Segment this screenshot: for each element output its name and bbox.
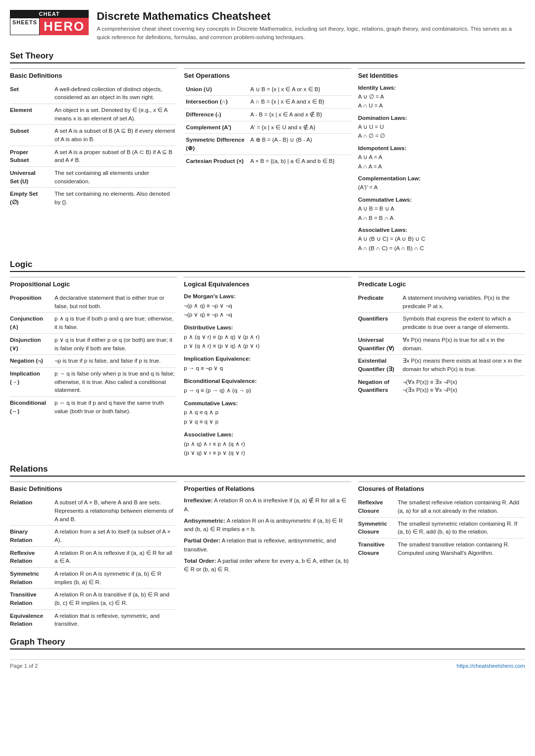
table-row: ElementAn object in a set. Denoted by ∈ … — [10, 104, 177, 124]
law-line: A ∪ ∅ = A — [358, 92, 525, 101]
term: Symmetric Difference (⊕) — [184, 134, 248, 155]
logo: CHEAT SHEETS HERO — [10, 10, 89, 35]
definition: ∀x P(x) means P(x) is true for all x in … — [403, 333, 525, 354]
term: Universal Quantifier (∀) — [358, 333, 403, 354]
definition: p ∨ q is true if either p or q (or both)… — [54, 333, 177, 354]
table-row: QuantifiersSymbols that express the exte… — [358, 313, 525, 333]
definition: The smallest transitive relation contain… — [398, 539, 525, 559]
law-line: A ∩ A = A — [358, 162, 525, 171]
law-title: Implication Equivalence: — [184, 354, 351, 363]
definition: ¬(∀x P(x)) ≡ ∃x ¬P(x)¬(∃x P(x)) ≡ ∀x ¬P(… — [403, 376, 525, 396]
term: Transitive Relation — [10, 589, 54, 609]
table-row: Negation of Quantifiers¬(∀x P(x)) ≡ ∃x ¬… — [358, 376, 525, 396]
term: Reflexive Relation — [10, 546, 54, 567]
definition: The smallest reflexive relation containi… — [398, 496, 525, 517]
term: Disjunction (∨) — [10, 333, 54, 354]
set-identities-block: Identity Laws:A ∪ ∅ = AA ∩ U = ADominati… — [358, 83, 525, 253]
definition: A subset of A × B, where A and B are set… — [54, 496, 177, 526]
table-row: Biconditional (↔)p ↔ q is true if p and … — [10, 396, 177, 417]
term: Intersection (∩) — [184, 96, 248, 108]
property-title: Antisymmetric: — [184, 518, 225, 524]
definition: A relation that is reflexive, symmetric,… — [54, 609, 177, 630]
table-row: Symmetric ClosureThe smallest symmetric … — [358, 517, 525, 538]
term: Complement (A') — [184, 121, 248, 134]
property-title: Irreflexive: — [184, 497, 213, 503]
logical-equivalences-title: Logical Equivalences — [184, 280, 351, 288]
table-row: Cartesian Product (×)A × B = {(a, b) | a… — [184, 155, 351, 167]
definition: A relation R on A is reflexive if (a, a)… — [54, 546, 177, 567]
page-number: Page 1 of 2 — [10, 663, 38, 669]
table-row: SubsetA set A is a subset of B (A ⊆ B) i… — [10, 125, 177, 146]
definition: A ∪ B = {x | x ∈ A or x ∈ B} — [248, 83, 351, 96]
law-line: ¬(p ∧ q) ≡ ¬p ∨ ¬q — [184, 301, 351, 310]
definition: A set A is a subset of B (A ⊆ B) if ever… — [54, 125, 177, 146]
law-line: A ∪ U = U — [358, 122, 525, 131]
set-theory-section-title: Set Theory — [10, 51, 525, 63]
term: Cartesian Product (×) — [184, 155, 248, 167]
table-row: Proper SubsetA set A is a proper subset … — [10, 146, 177, 166]
properties-of-relations-title: Properties of Relations — [184, 485, 351, 492]
law-title: De Morgan's Laws: — [184, 292, 351, 301]
propositional-logic: Propositional Logic PropositionA declara… — [10, 277, 177, 457]
footer-url[interactable]: https://cheatsheetshero.com — [457, 663, 525, 669]
law-line: p → q ≡ ¬p ∨ q — [184, 364, 351, 373]
set-operations-title: Set Operations — [184, 72, 351, 79]
page-description: A comprehensive cheat sheet covering key… — [97, 25, 523, 42]
relations-basic-def-title: Basic Definitions — [10, 485, 177, 492]
definition: The set containing no elements. Also den… — [54, 188, 177, 209]
table-row: Symmetric Difference (⊕)A ⊕ B = (A - B) … — [184, 134, 351, 155]
law-line: (p ∧ q) ∧ r ≡ p ∧ (q ∧ r) — [184, 439, 351, 448]
page-title: Discrete Mathematics Cheatsheet — [97, 10, 523, 23]
law-line: A ∪ B = B ∪ A — [358, 204, 525, 213]
law-line: p ∨ (q ∧ r) ≡ (p ∨ q) ∧ (p ∨ r) — [184, 341, 351, 350]
table-row: Reflexive ClosureThe smallest reflexive … — [358, 496, 525, 517]
definition: A set A is a proper subset of B (A ⊂ B) … — [54, 146, 177, 166]
propositional-logic-table: PropositionA declarative statement that … — [10, 292, 177, 417]
law-line: A ∩ (B ∩ C) = (A ∩ B) ∩ C — [358, 244, 525, 253]
page-header: CHEAT SHEETS HERO Discrete Mathematics C… — [10, 10, 525, 42]
table-row: Union (∪)A ∪ B = {x | x ∈ A or x ∈ B} — [184, 83, 351, 96]
table-row: Symmetric RelationA relation R on A is s… — [10, 568, 177, 589]
term: Empty Set (∅) — [10, 188, 54, 209]
properties-of-relations: Properties of Relations Irreflexive: A r… — [184, 482, 351, 630]
logic-section-title: Logic — [10, 260, 525, 272]
law-line: A ∩ ∅ = ∅ — [358, 131, 525, 140]
logo-hero: HERO — [40, 18, 89, 35]
definition: p ∧ q is true if both p and q are true; … — [54, 313, 177, 333]
term: Transitive Closure — [358, 539, 398, 559]
table-row: Complement (A')A' = {x | x ∈ U and x ∉ A… — [184, 121, 351, 134]
table-row: Transitive ClosureThe smallest transitiv… — [358, 539, 525, 559]
relations-basic-definitions: Basic Definitions RelationA subset of A … — [10, 482, 177, 630]
set-operations: Set Operations Union (∪)A ∪ B = {x | x ∈… — [184, 68, 351, 253]
table-row: Disjunction (∨)p ∨ q is true if either p… — [10, 333, 177, 354]
term: Implication (→) — [10, 367, 54, 396]
law-title: Idempotent Laws: — [358, 144, 525, 153]
property-item: Total Order: A partial order where for e… — [184, 557, 351, 574]
set-theory-basic-def-title: Basic Definitions — [10, 72, 177, 79]
law-line: A ∩ U = A — [358, 101, 525, 110]
set-theory-basic-definitions: Basic Definitions SetA well-defined coll… — [10, 68, 177, 253]
table-row: Binary RelationA relation from a set A t… — [10, 526, 177, 546]
logo-sheets: SHEETS — [10, 18, 40, 35]
header-text: Discrete Mathematics Cheatsheet A compre… — [97, 10, 523, 42]
definition: A well-defined collection of distinct ob… — [54, 83, 177, 104]
table-row: PropositionA declarative statement that … — [10, 292, 177, 313]
term: Symmetric Closure — [358, 517, 398, 538]
table-row: RelationA subset of A × B, where A and B… — [10, 496, 177, 526]
logo-cheat: CHEAT — [10, 10, 89, 18]
law-line: p ∧ (q ∨ r) ≡ (p ∧ q) ∨ (p ∧ r) — [184, 332, 351, 341]
table-row: Universal Set (U)The set containing all … — [10, 166, 177, 187]
definition: ∃x P(x) means there exists at least one … — [403, 355, 525, 376]
law-line: p ↔ q ≡ (p → q) ∧ (q → p) — [184, 386, 351, 395]
closures-title: Closures of Relations — [358, 485, 525, 492]
law-title: Domination Laws: — [358, 113, 525, 122]
term: Element — [10, 104, 54, 124]
definition: A statement involving variables. P(x) is… — [403, 292, 525, 313]
term: Negation of Quantifiers — [358, 376, 403, 396]
set-theory-columns: Basic Definitions SetA well-defined coll… — [10, 68, 525, 253]
set-theory-def-table: SetA well-defined collection of distinct… — [10, 83, 177, 209]
term: Conjunction (∧) — [10, 313, 54, 333]
definition: A ⊕ B = (A - B) ∪ (B - A) — [248, 134, 351, 155]
table-row: Difference (-)A - B = {x | x ∈ A and x ∉… — [184, 108, 351, 121]
definition: ¬p is true if p is false, and false if p… — [54, 355, 177, 368]
